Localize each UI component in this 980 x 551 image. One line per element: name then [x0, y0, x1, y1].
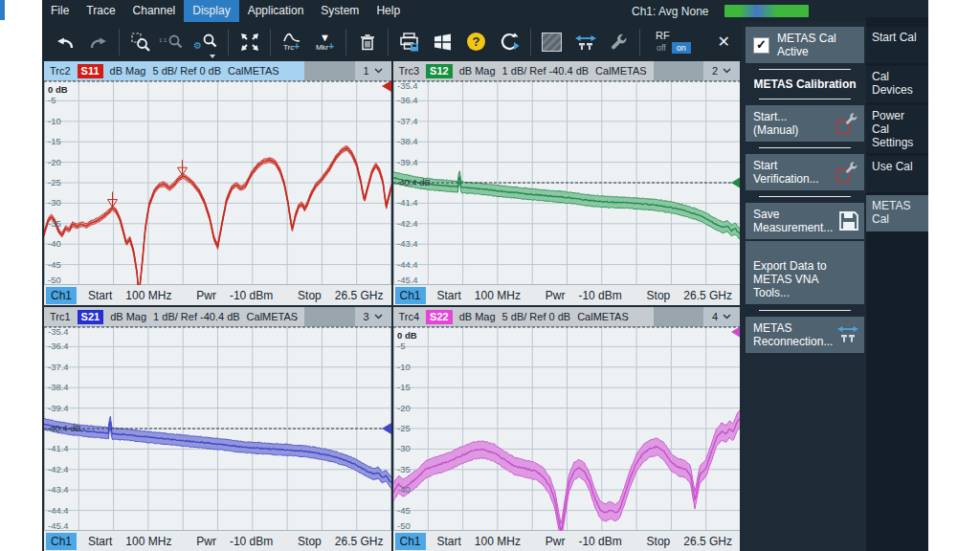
- sparam-badge-s21: S21: [78, 310, 104, 324]
- svg-text:-20: -20: [397, 403, 411, 413]
- menu-cal-devices[interactable]: Cal Devices: [866, 66, 928, 102]
- header-filler: [654, 307, 704, 326]
- window-number: 1: [363, 65, 368, 77]
- expand-arrows-icon: [239, 32, 260, 53]
- menu-display[interactable]: Display: [184, 0, 238, 22]
- zoom-1-1-button[interactable]: 1:1: [157, 25, 190, 59]
- trace-header-trc1[interactable]: Trc1 S21 dB Mag 1 dB/ Ref -40.4 dB CalME…: [44, 307, 304, 326]
- menu-power-cal-settings[interactable]: Power Cal Settings: [866, 105, 928, 153]
- trace-header-trc3[interactable]: Trc3 S12 dB Mag 1 dB/ Ref -40.4 dB CalME…: [393, 61, 654, 80]
- undo-button[interactable]: [48, 25, 81, 59]
- zoom-select-button[interactable]: [123, 25, 157, 59]
- restart-sweep-button[interactable]: [493, 25, 526, 59]
- floppy-save-icon: [837, 209, 860, 232]
- svg-text:-43.4: -43.4: [48, 484, 69, 495]
- toolbar-separator: [639, 29, 640, 55]
- plot-area-trc2-s11[interactable]: 0 dB-5-10-15-20-25-30-35-40-45-50: [44, 80, 391, 285]
- windows-start-button[interactable]: [426, 25, 459, 59]
- metas-reconnection-button[interactable]: METAS Reconnection...: [746, 317, 864, 353]
- menu-trace[interactable]: Trace: [78, 0, 123, 22]
- add-marker-label: Mkr+: [316, 43, 334, 52]
- window-number: 4: [712, 311, 718, 322]
- chevron-down-icon: [723, 314, 731, 320]
- menu-help[interactable]: Help: [368, 0, 409, 22]
- export-data-button[interactable]: Export Data to METAS VNA Tools...: [746, 241, 864, 304]
- trace-scale: 5 dB/ Ref 0 dB: [502, 311, 571, 322]
- header-filler: [654, 61, 704, 80]
- channel-footer: Ch1 Start 100 MHz Pwr -10 dBm Stop 26.5 …: [44, 531, 391, 551]
- channel-badge[interactable]: Ch1: [395, 533, 426, 550]
- metas-cal-active-toggle[interactable]: ✓ METAS Cal Active: [746, 27, 864, 63]
- start-verification-label: Start Verification...: [753, 159, 819, 186]
- trace-header-row: Trc1 S21 dB Mag 1 dB/ Ref -40.4 dB CalME…: [44, 307, 391, 326]
- channel-badge[interactable]: Ch1: [46, 533, 77, 550]
- svg-text:-35.4: -35.4: [48, 326, 69, 337]
- svg-text:-50: -50: [48, 275, 61, 285]
- setup-button[interactable]: [602, 25, 635, 59]
- window-number: 2: [712, 65, 718, 77]
- zoom-settings-button[interactable]: ⚙: [190, 25, 224, 59]
- trace-scale: 5 dB/ Ref 0 dB: [152, 65, 221, 77]
- add-trace-button[interactable]: Trc+: [275, 25, 308, 59]
- dropdown-caret-icon: [210, 55, 215, 58]
- start-verification-button[interactable]: Start Verification...: [746, 154, 864, 190]
- channel-footer: Ch1 Start 100 MHz Pwr -10 dBm Stop 26.5 …: [44, 285, 391, 305]
- windows-logo-icon: [433, 33, 453, 52]
- gear-icon: ⚙: [193, 41, 202, 51]
- cal-wrench-icon: [834, 160, 860, 185]
- rf-off-option[interactable]: off: [654, 42, 669, 54]
- maximize-diagram-button[interactable]: [233, 25, 266, 59]
- plot-area-trc1-s21[interactable]: -35.4-36.4-37.4-38.4-39.4-41.4-42.4-43.4…: [44, 326, 391, 531]
- trace-cal-state: CalMETAS: [228, 65, 279, 77]
- svg-text:-45: -45: [48, 259, 61, 270]
- svg-text:-40.4 dB: -40.4 dB: [396, 177, 431, 187]
- diagram-window-2: Trc3 S12 dB Mag 1 dB/ Ref -40.4 dB CalME…: [393, 61, 741, 305]
- status-bar: Ch1: Avg None: [632, 0, 809, 22]
- port-connections-button[interactable]: [568, 25, 602, 59]
- metas-reconnection-label: METAS Reconnection...: [753, 321, 833, 348]
- svg-text:-44.4: -44.4: [397, 259, 418, 270]
- start-manual-button[interactable]: Start... (Manual): [746, 105, 864, 142]
- vna-application-window: File Trace Channel Display Application S…: [42, 0, 928, 551]
- menu-file[interactable]: File: [42, 0, 78, 22]
- menu-use-cal[interactable]: Use Cal: [866, 156, 928, 192]
- window-number-dropdown-2[interactable]: 2: [703, 61, 740, 80]
- menu-metas-cal[interactable]: METAS Cal: [866, 195, 928, 231]
- cal-wrench-icon: [834, 111, 860, 136]
- plot-area-trc3-s12[interactable]: -35.4-36.4-37.4-38.4-39.4-41.4-42.4-43.4…: [393, 80, 741, 285]
- svg-text:-37.4: -37.4: [397, 116, 418, 126]
- menu-system[interactable]: System: [312, 0, 368, 22]
- add-marker-button[interactable]: ▼ Mkr+: [308, 25, 342, 59]
- trace-cal-state: CalMETAS: [247, 311, 299, 322]
- svg-text:-45: -45: [397, 505, 411, 516]
- svg-text:-44.4: -44.4: [48, 505, 69, 516]
- trace-header-row: Trc3 S12 dB Mag 1 dB/ Ref -40.4 dB CalME…: [393, 61, 741, 80]
- menu-bar: File Trace Channel Display Application S…: [42, 0, 928, 22]
- print-button[interactable]: [392, 25, 426, 59]
- screenshot-button[interactable]: [535, 25, 568, 59]
- window-number-dropdown-1[interactable]: 1: [355, 61, 391, 80]
- channel-badge[interactable]: Ch1: [395, 287, 426, 304]
- window-number-dropdown-3[interactable]: 3: [355, 307, 391, 326]
- checkbox-checked-icon[interactable]: ✓: [753, 37, 769, 54]
- save-measurement-button[interactable]: Save Measurement...: [746, 203, 864, 239]
- plot-area-trc4-s22[interactable]: 0 dB-5-10-15-20-25-30-35-40-45-50: [393, 326, 741, 531]
- channel-badge[interactable]: Ch1: [46, 287, 77, 304]
- help-button[interactable]: ?: [459, 25, 493, 59]
- trace-header-trc4[interactable]: Trc4 S22 dB Mag 5 dB/ Ref 0 dB CalMETAS: [393, 307, 654, 326]
- window-number-dropdown-4[interactable]: 4: [703, 307, 740, 326]
- menu-channel[interactable]: Channel: [124, 0, 185, 22]
- printer-icon: [398, 32, 421, 53]
- menu-application[interactable]: Application: [239, 0, 313, 22]
- svg-text:-5: -5: [397, 341, 405, 351]
- trace-header-trc2[interactable]: Trc2 S11 dB Mag 5 dB/ Ref 0 dB CalMETAS: [44, 61, 304, 80]
- redo-button[interactable]: [81, 25, 115, 59]
- trace-cal-state: CalMETAS: [595, 65, 647, 77]
- svg-text:-39.4: -39.4: [48, 403, 69, 413]
- delete-button[interactable]: [350, 25, 384, 59]
- rf-on-option[interactable]: on: [672, 42, 691, 54]
- stop-label: Stop: [647, 535, 671, 548]
- rf-power-toggle[interactable]: RF off on: [654, 30, 691, 54]
- close-toolbar-button[interactable]: ✕: [718, 33, 730, 51]
- menu-start-cal[interactable]: Start Cal: [866, 27, 928, 63]
